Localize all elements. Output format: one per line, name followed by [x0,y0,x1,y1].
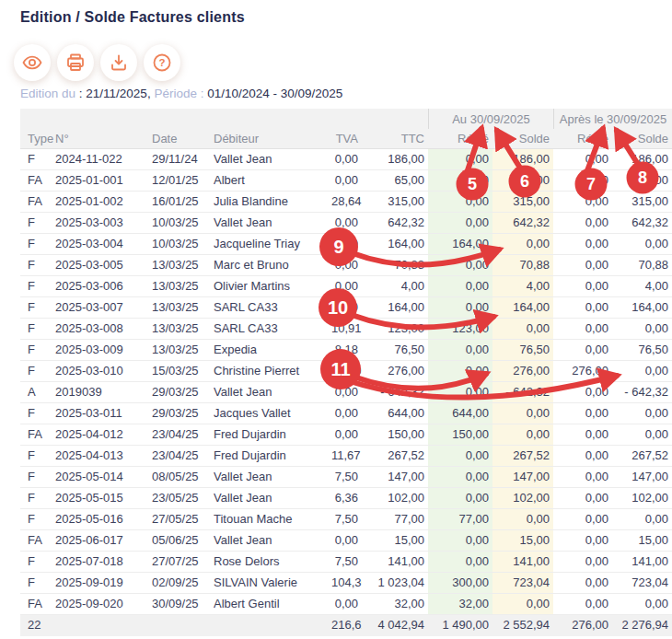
row-cell: - 642,32 [492,382,553,402]
row-cell: 7,50 [331,552,362,572]
table-row: F2025-03-01015/03/25Christine Pierret24,… [20,361,672,382]
row-cell: 0,00 [553,149,612,169]
row-cell: 315,00 [612,192,672,212]
row-cell: Vallet Jean [214,149,331,169]
row-cell: 65,00 [492,170,553,191]
row-cell: 0,00 [492,319,553,339]
row-cell: 32,00 [362,594,428,614]
row-cell: 15,00 [362,530,428,551]
row-cell: 2025-03-007 [55,297,152,318]
preview-button[interactable] [14,44,51,81]
totals-cell: 2 276,94 [612,615,672,636]
row-cell: 0,00 [553,276,612,296]
totals-cell: 216,62 [331,615,362,636]
edition-info: Edition du : 21/11/2025, Période : 01/10… [20,87,342,100]
row-cell: 276,00 [492,361,553,381]
svg-text:?: ? [158,57,165,68]
row-cell: 0,00 [553,213,612,233]
row-cell: 141,00 [492,552,553,572]
row-cell: 15,00 [492,530,553,551]
row-cell: Marc et Bruno [214,255,331,275]
row-cell: Vallet Jean [214,530,331,551]
row-cell: F [20,149,55,169]
table-row: F2025-03-00613/03/25Olivier Martins0,004… [20,276,672,297]
row-cell: 13/03/25 [152,297,214,318]
row-cell: 0,00 [553,446,612,466]
row-cell: 315,00 [492,192,553,212]
toolbar: ? [14,44,180,81]
row-cell: Jacqueline Triay [214,234,331,254]
row-cell: 141,00 [612,552,672,572]
row-cell: Vallet Jean [214,382,331,402]
row-cell: 0,00 [428,255,492,275]
row-cell: 13/03/25 [152,255,214,275]
row-cell: 141,00 [362,552,428,572]
totals-cell [214,615,331,636]
help-button[interactable]: ? [144,44,180,81]
page-title: Edition / Solde Factures clients [20,9,245,26]
row-cell: 0,00 [428,170,492,191]
print-button[interactable] [57,44,94,81]
row-cell: 2025-03-008 [55,319,152,339]
row-cell: 0,00 [553,552,612,572]
table-row: FA2025-06-01705/06/25Vallet Jean0,0015,0… [20,530,672,552]
table-row: F2025-07-01827/07/25Rose Delors7,50141,0… [20,552,672,573]
row-cell: 2025-03-009 [55,340,152,360]
row-cell: 186,00 [492,149,553,169]
row-cell: 164,00 [612,297,672,318]
row-cell: F [20,488,55,508]
row-cell: 267,52 [492,446,553,466]
row-cell: 28,64 [331,192,362,212]
row-cell: 102,00 [492,488,553,508]
table-row: F2025-05-01627/05/25Titouan Mache7,5077,… [20,509,672,530]
row-cell: 0,00 [553,234,612,254]
row-cell: 186,00 [612,149,672,169]
table-row: F2025-03-00410/03/25Jacqueline Triay0,00… [20,234,672,255]
row-cell: 0,00 [331,170,362,191]
row-cell: 102,00 [362,488,428,508]
table-body: F2024-11-02229/11/24Vallet Jean0,00186,0… [20,149,672,615]
column-header-cell: Réglé [428,129,492,148]
row-cell: 300,00 [428,573,492,593]
totals-cell [152,615,214,636]
row-cell: 1 023,04 [362,573,428,593]
row-cell: Titouan Mache [214,509,331,529]
row-cell: 2025-06-017 [55,530,152,551]
row-cell: 164,00 [428,234,492,254]
row-cell: F [20,276,55,296]
row-cell: 70,88 [492,255,553,275]
row-cell: FA [20,192,55,212]
row-cell: 05/06/25 [152,530,214,551]
row-cell: 0,00 [612,594,672,614]
download-button[interactable] [100,44,137,81]
table-row: F2025-03-00813/03/25SARL CA3310,91123,00… [20,319,672,340]
column-header-cell: Réglé [553,129,612,148]
table-row: F2024-11-02229/11/24Vallet Jean0,00186,0… [20,149,672,170]
row-cell: 13/03/25 [152,276,214,296]
row-cell: 29/11/24 [152,149,214,169]
row-cell: 723,04 [492,573,553,593]
totals-cell: 1 490,00 [428,615,492,636]
row-cell: Vallet Jean [214,467,331,487]
totals-row: 22216,624 042,941 490,002 552,94276,002 … [20,615,672,636]
row-cell: 13/03/25 [152,319,214,339]
row-cell: 0,00 [612,319,672,339]
row-cell: 0,00 [553,403,612,424]
row-cell: 0,00 [612,424,672,445]
row-cell: 0,00 [612,509,672,529]
row-cell: - 642,32 [362,382,428,402]
periode-value: 01/10/2024 - 30/09/2025 [207,87,342,100]
row-cell: 6,36 [331,488,362,508]
table-row: F2025-03-00310/03/25Vallet Jean0,00642,3… [20,213,672,234]
totals-cell: 22 [20,615,55,636]
row-cell: F [20,446,55,466]
row-cell: 0,00 [553,192,612,212]
row-cell: SILVAIN Valerie [214,573,331,593]
row-cell: 186,00 [362,149,428,169]
row-cell: 0,00 [428,361,492,381]
row-cell: 0,00 [612,234,672,254]
row-cell: 0,00 [331,594,362,614]
totals-cell [55,615,152,636]
row-cell: Albert Gentil [214,594,331,614]
row-cell: F [20,509,55,529]
